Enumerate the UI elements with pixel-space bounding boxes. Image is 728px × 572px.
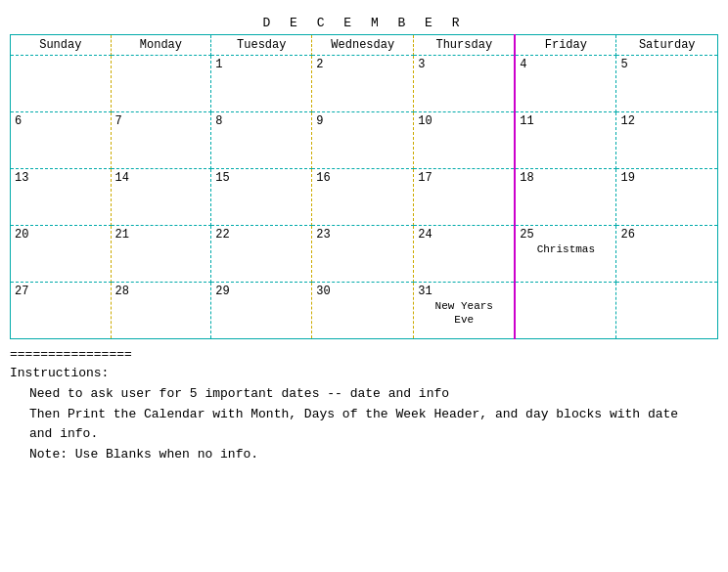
- day-cell: 11: [515, 112, 616, 169]
- day-cell: 20: [11, 226, 112, 283]
- event-text: Eve: [418, 314, 510, 326]
- day-number: 15: [215, 171, 307, 185]
- divider: ================: [10, 347, 718, 362]
- day-number: 29: [215, 285, 307, 298]
- event-text: Christmas: [520, 243, 612, 255]
- instruction-line: Note: Use Blanks when no info.: [29, 445, 718, 465]
- day-cell: 6: [11, 112, 112, 169]
- day-cell: 25Christmas: [515, 226, 616, 283]
- day-cell: 5: [616, 56, 718, 112]
- day-number: 2: [316, 58, 409, 71]
- day-cell: 4: [515, 56, 616, 112]
- week-row-0: 12345: [11, 56, 718, 112]
- day-cell: [616, 283, 718, 339]
- day-number: 13: [15, 171, 107, 185]
- day-cell: 22: [211, 226, 312, 283]
- day-number: 14: [115, 171, 207, 185]
- header-wednesday: Wednesday: [312, 35, 414, 56]
- day-number: 25: [520, 228, 612, 242]
- day-number: 16: [316, 171, 409, 185]
- day-cell: [11, 56, 112, 112]
- day-cell: 17: [414, 169, 516, 226]
- day-cell: 7: [111, 112, 211, 169]
- day-number: 21: [115, 228, 207, 242]
- event-text: New Years: [418, 300, 510, 312]
- day-number: 18: [520, 171, 612, 185]
- day-number: 22: [215, 228, 307, 242]
- day-cell: 9: [312, 112, 414, 169]
- instructions-label: Instructions:: [10, 366, 109, 380]
- day-number: 1: [215, 58, 307, 71]
- day-cell: 23: [312, 226, 414, 283]
- day-cell: 28: [111, 283, 211, 339]
- day-cell: [515, 283, 616, 339]
- day-number: 20: [15, 228, 107, 242]
- calendar-table: Sunday Monday Tuesday Wednesday Thursday…: [10, 34, 718, 339]
- instruction-line: Need to ask user for 5 important dates -…: [29, 384, 718, 405]
- day-number: 28: [115, 285, 207, 298]
- day-number: 10: [418, 114, 510, 128]
- day-cell: 18: [515, 169, 616, 226]
- day-number: 5: [620, 58, 713, 71]
- day-cell: 12: [616, 112, 718, 169]
- day-number: 9: [316, 114, 409, 128]
- day-number: 8: [215, 114, 307, 128]
- week-row-2: 13141516171819: [11, 169, 718, 226]
- month-title: D E C E M B E R: [10, 16, 718, 30]
- calendar-container: D E C E M B E R Sunday Monday Tuesday We…: [10, 16, 718, 339]
- day-number: 7: [115, 114, 207, 128]
- day-cell: 19: [616, 169, 718, 226]
- header-monday: Monday: [111, 35, 211, 56]
- day-number: 19: [620, 171, 713, 185]
- header-sunday: Sunday: [11, 35, 112, 56]
- instructions: Instructions: Need to ask user for 5 imp…: [10, 364, 718, 465]
- header-thursday: Thursday: [414, 35, 516, 56]
- day-cell: 30: [312, 283, 414, 339]
- day-number: 31: [418, 285, 510, 298]
- day-number: 3: [418, 58, 510, 71]
- week-row-1: 6789101112: [11, 112, 718, 169]
- day-number: 24: [418, 228, 510, 242]
- day-cell: 29: [211, 283, 312, 339]
- day-cell: 31New YearsEve: [414, 283, 516, 339]
- day-cell: 8: [211, 112, 312, 169]
- day-cell: 24: [414, 226, 516, 283]
- day-cell: 15: [211, 169, 312, 226]
- header-saturday: Saturday: [616, 35, 718, 56]
- day-number: 11: [520, 114, 612, 128]
- day-number: 26: [620, 228, 713, 242]
- day-cell: 14: [111, 169, 211, 226]
- header-tuesday: Tuesday: [211, 35, 312, 56]
- header-friday: Friday: [515, 35, 616, 56]
- day-cell: 26: [616, 226, 718, 283]
- day-cell: 16: [312, 169, 414, 226]
- day-cell: 10: [414, 112, 516, 169]
- instruction-line: Then Print the Calendar with Month, Days…: [29, 405, 718, 425]
- day-cell: 13: [11, 169, 112, 226]
- day-number: 17: [418, 171, 510, 185]
- day-cell: 1: [211, 56, 312, 112]
- instructions-lines: Need to ask user for 5 important dates -…: [10, 384, 718, 465]
- day-number: 30: [316, 285, 409, 298]
- day-number: 27: [15, 285, 107, 298]
- day-cell: 2: [312, 56, 414, 112]
- day-number: 12: [620, 114, 713, 128]
- week-row-4: 2728293031New YearsEve: [11, 283, 718, 339]
- instruction-line: and info.: [29, 424, 718, 445]
- header-row: Sunday Monday Tuesday Wednesday Thursday…: [11, 35, 718, 56]
- day-cell: 27: [11, 283, 112, 339]
- day-number: 6: [15, 114, 107, 128]
- day-number: 23: [316, 228, 409, 242]
- day-cell: 21: [111, 226, 211, 283]
- day-cell: 3: [414, 56, 516, 112]
- day-number: 4: [520, 58, 612, 71]
- week-row-3: 202122232425Christmas26: [11, 226, 718, 283]
- day-cell: [111, 56, 211, 112]
